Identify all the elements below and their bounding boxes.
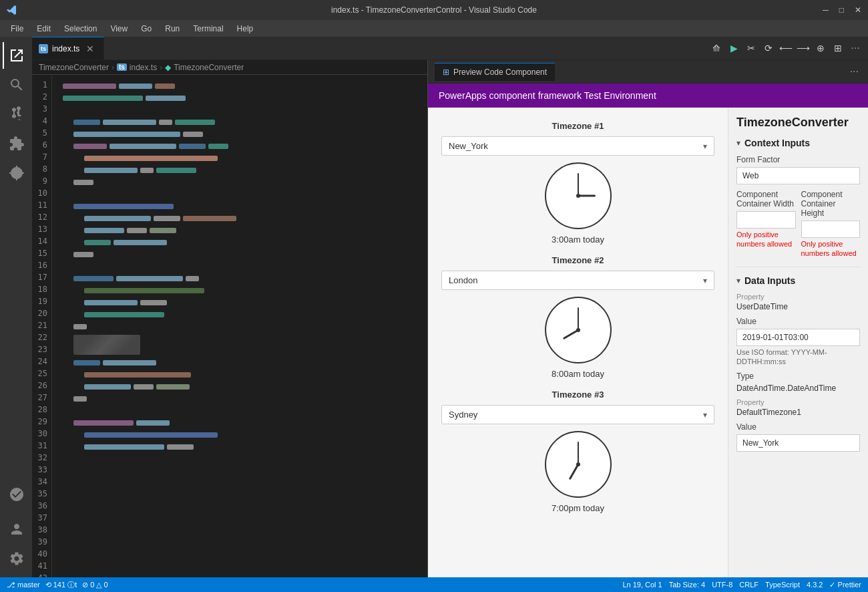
tz2-label: Timezone #2 xyxy=(441,255,714,265)
activity-bar xyxy=(0,37,32,577)
statusbar-errors[interactable]: ⊘ 0 △ 0 xyxy=(82,581,107,589)
value2-input[interactable] xyxy=(736,434,860,452)
tz2-dropdown-arrow: ▾ xyxy=(703,276,707,285)
activity-extensions[interactable] xyxy=(3,130,29,157)
property2-label: Property xyxy=(736,398,860,406)
statusbar-encoding[interactable]: UTF-8 xyxy=(712,581,732,589)
menu-go[interactable]: Go xyxy=(136,23,157,35)
statusbar-left: ⎇ master ⟲ 141 ⓘt ⊘ 0 △ 0 xyxy=(7,580,108,590)
activity-debug[interactable] xyxy=(3,160,29,186)
toolbar-btn-3[interactable]: ✂ xyxy=(744,41,758,55)
activity-source-control[interactable] xyxy=(3,101,29,128)
tz1-minute-hand xyxy=(578,173,579,196)
code-editor[interactable]: TimezoneConverter › ts index.ts › ◆ Time… xyxy=(32,60,427,577)
main-layout: ts index.ts ✕ ⟰ ▶ ✂ ⟳ ⟵ ⟶ ⊕ ⊞ ··· xyxy=(0,37,868,577)
container-width-input[interactable] xyxy=(736,211,796,229)
toolbar-btn-5[interactable]: ⟵ xyxy=(779,41,793,55)
preview-content: Timezone #1 New_York ▾ xyxy=(428,108,868,577)
menu-help[interactable]: Help xyxy=(232,23,259,35)
toolbar-btn-4[interactable]: ⟳ xyxy=(761,41,776,55)
titlebar-controls: ─ □ ✕ xyxy=(823,5,861,15)
form-factor-label: Form Factor xyxy=(736,155,860,164)
preview-header: PowerApps component framework Test Envir… xyxy=(428,84,868,108)
menu-terminal[interactable]: Terminal xyxy=(188,23,228,35)
tab-toolbar: ⟰ ▶ ✂ ⟳ ⟵ ⟶ ⊕ ⊞ ··· xyxy=(704,37,868,59)
breadcrumb-ts-icon: ts xyxy=(117,63,127,71)
value1-input[interactable] xyxy=(736,329,860,346)
tz1-dropdown-text: New_York xyxy=(449,141,703,151)
statusbar-language[interactable]: TypeScript xyxy=(765,581,800,589)
tz3-dropdown-text: Sydney xyxy=(449,410,703,420)
preview-header-text: PowerApps component framework Test Envir… xyxy=(439,90,656,101)
toolbar-btn-1[interactable]: ⟰ xyxy=(709,41,724,55)
menu-file[interactable]: File xyxy=(5,23,29,35)
run-button[interactable]: ▶ xyxy=(726,41,741,55)
branch-name: master xyxy=(17,581,40,589)
statusbar-prettier[interactable]: ✓ Prettier xyxy=(829,581,861,589)
timezone-3-section: Timezone #3 Sydney ▾ xyxy=(441,390,714,513)
minimize-button[interactable]: ─ xyxy=(823,5,829,15)
menu-run[interactable]: Run xyxy=(160,23,185,35)
context-inputs-header[interactable]: ▾ Context Inputs xyxy=(736,138,860,148)
container-width-error: Only positive numbers allowed xyxy=(736,230,796,249)
statusbar-tabsize[interactable]: Tab Size: 4 xyxy=(669,581,705,589)
timezone-1-section: Timezone #1 New_York ▾ xyxy=(441,121,714,245)
tz3-time-text: 7:00pm today xyxy=(441,503,714,513)
activity-search[interactable] xyxy=(3,71,29,98)
statusbar-version[interactable]: 4.3.2 xyxy=(807,581,823,589)
data-inputs-title: Data Inputs xyxy=(744,275,795,286)
statusbar-sync[interactable]: ⟲ 141 ⓘt xyxy=(45,580,77,590)
statusbar-lineending[interactable]: CRLF xyxy=(739,581,758,589)
form-factor-input[interactable] xyxy=(736,167,860,184)
statusbar-right: Ln 19, Col 1 Tab Size: 4 UTF-8 CRLF Type… xyxy=(622,581,861,589)
type1-label: Type xyxy=(736,372,860,381)
statusbar-cursor[interactable]: Ln 19, Col 1 xyxy=(622,581,662,589)
menu-selection[interactable]: Selection xyxy=(59,23,102,35)
type1-value: DateAndTime.DateAndTime xyxy=(736,384,860,393)
close-button[interactable]: ✕ xyxy=(855,5,861,15)
menu-view[interactable]: View xyxy=(105,23,133,35)
more-actions-button[interactable]: ··· xyxy=(848,41,863,55)
breadcrumb-part-1[interactable]: TimezoneConverter xyxy=(39,63,109,72)
preview-tab[interactable]: ⊞ Preview Code Component xyxy=(435,63,555,81)
tz1-dropdown[interactable]: New_York ▾ xyxy=(441,136,714,156)
breadcrumb-part-3[interactable]: TimezoneConverter xyxy=(174,63,244,72)
menubar: File Edit Selection View Go Run Terminal… xyxy=(0,20,868,37)
tz1-dropdown-arrow: ▾ xyxy=(703,142,707,151)
titlebar: index.ts - TimezoneConverterControl - Vi… xyxy=(0,0,868,20)
toolbar-btn-8[interactable]: ⊞ xyxy=(831,41,845,55)
editor-tab[interactable]: ts index.ts ✕ xyxy=(32,37,104,59)
activity-explorer[interactable] xyxy=(3,42,29,69)
container-height-error: Only positive numbers allowed xyxy=(801,239,861,259)
container-height-input[interactable] xyxy=(801,220,861,238)
container-width-label: Component Container Width xyxy=(736,190,796,208)
toolbar-btn-6[interactable]: ⟶ xyxy=(796,41,811,55)
breadcrumb-part-2[interactable]: index.ts xyxy=(130,63,157,72)
tz1-clock xyxy=(545,162,612,229)
container-size-row: Component Container Width Only positive … xyxy=(736,184,860,259)
breadcrumb-symbol-icon: ◆ xyxy=(165,63,171,72)
tz2-time-text: 8:00am today xyxy=(441,369,714,379)
tz3-clock-container xyxy=(441,431,714,498)
statusbar-branch[interactable]: ⎇ master xyxy=(7,581,40,589)
breadcrumb-sep-1: › xyxy=(112,63,114,72)
tz3-minute-hand xyxy=(578,442,579,464)
data-inputs-header[interactable]: ▾ Data Inputs xyxy=(736,275,860,286)
activity-account[interactable] xyxy=(3,516,29,543)
editor-tab-close[interactable]: ✕ xyxy=(83,42,97,55)
value2-label: Value xyxy=(736,422,860,432)
toolbar-btn-7[interactable]: ⊕ xyxy=(813,41,828,55)
tz3-clock-center xyxy=(576,462,580,466)
container-height-col: Component Container Height Only positive… xyxy=(801,184,861,259)
code-content-area[interactable]: 123 456 789 101112 131415 161718 192021 … xyxy=(32,75,427,577)
tz3-dropdown[interactable]: Sydney ▾ xyxy=(441,405,714,424)
tz3-label: Timezone #3 xyxy=(441,390,714,400)
ts-file-icon: ts xyxy=(39,44,48,53)
tz2-dropdown[interactable]: London ▾ xyxy=(441,271,714,290)
preview-more-button[interactable]: ··· xyxy=(847,64,861,79)
activity-git[interactable] xyxy=(3,481,29,508)
maximize-button[interactable]: □ xyxy=(839,5,844,15)
activity-settings[interactable] xyxy=(3,545,29,572)
menu-edit[interactable]: Edit xyxy=(31,23,56,35)
code-lines xyxy=(52,75,427,577)
